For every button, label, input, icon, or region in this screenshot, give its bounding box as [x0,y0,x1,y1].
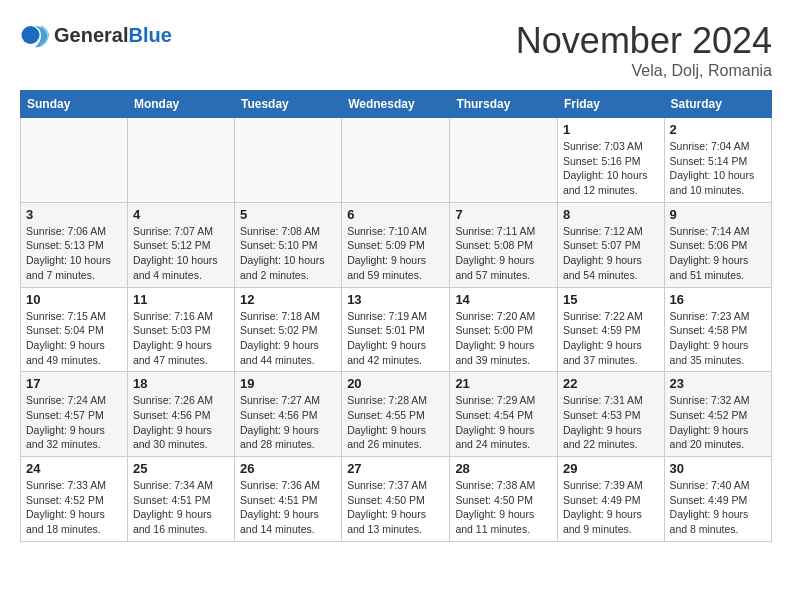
day-info: Sunrise: 7:26 AM Sunset: 4:56 PM Dayligh… [133,393,229,452]
day-number: 19 [240,376,336,391]
day-cell: 16Sunrise: 7:23 AM Sunset: 4:58 PM Dayli… [664,287,771,372]
day-cell: 29Sunrise: 7:39 AM Sunset: 4:49 PM Dayli… [557,457,664,542]
day-cell: 3Sunrise: 7:06 AM Sunset: 5:13 PM Daylig… [21,202,128,287]
day-cell: 6Sunrise: 7:10 AM Sunset: 5:09 PM Daylig… [342,202,450,287]
day-cell: 10Sunrise: 7:15 AM Sunset: 5:04 PM Dayli… [21,287,128,372]
day-info: Sunrise: 7:31 AM Sunset: 4:53 PM Dayligh… [563,393,659,452]
day-number: 17 [26,376,122,391]
day-info: Sunrise: 7:10 AM Sunset: 5:09 PM Dayligh… [347,224,444,283]
day-cell: 13Sunrise: 7:19 AM Sunset: 5:01 PM Dayli… [342,287,450,372]
day-info: Sunrise: 7:34 AM Sunset: 4:51 PM Dayligh… [133,478,229,537]
day-cell: 23Sunrise: 7:32 AM Sunset: 4:52 PM Dayli… [664,372,771,457]
day-cell: 20Sunrise: 7:28 AM Sunset: 4:55 PM Dayli… [342,372,450,457]
day-info: Sunrise: 7:15 AM Sunset: 5:04 PM Dayligh… [26,309,122,368]
day-info: Sunrise: 7:03 AM Sunset: 5:16 PM Dayligh… [563,139,659,198]
day-cell: 28Sunrise: 7:38 AM Sunset: 4:50 PM Dayli… [450,457,558,542]
day-cell: 9Sunrise: 7:14 AM Sunset: 5:06 PM Daylig… [664,202,771,287]
day-number: 28 [455,461,552,476]
month-title: November 2024 [516,20,772,62]
location: Vela, Dolj, Romania [516,62,772,80]
week-row-5: 24Sunrise: 7:33 AM Sunset: 4:52 PM Dayli… [21,457,772,542]
day-number: 3 [26,207,122,222]
weekday-header-thursday: Thursday [450,91,558,118]
week-row-4: 17Sunrise: 7:24 AM Sunset: 4:57 PM Dayli… [21,372,772,457]
day-number: 1 [563,122,659,137]
day-info: Sunrise: 7:04 AM Sunset: 5:14 PM Dayligh… [670,139,766,198]
logo-icon [20,20,50,50]
day-number: 10 [26,292,122,307]
day-cell [450,118,558,203]
day-cell: 25Sunrise: 7:34 AM Sunset: 4:51 PM Dayli… [127,457,234,542]
day-number: 20 [347,376,444,391]
day-cell [342,118,450,203]
day-number: 27 [347,461,444,476]
day-number: 26 [240,461,336,476]
day-info: Sunrise: 7:22 AM Sunset: 4:59 PM Dayligh… [563,309,659,368]
day-info: Sunrise: 7:38 AM Sunset: 4:50 PM Dayligh… [455,478,552,537]
day-number: 21 [455,376,552,391]
calendar-table: SundayMondayTuesdayWednesdayThursdayFrid… [20,90,772,542]
weekday-header-wednesday: Wednesday [342,91,450,118]
day-number: 6 [347,207,444,222]
day-number: 16 [670,292,766,307]
day-cell: 22Sunrise: 7:31 AM Sunset: 4:53 PM Dayli… [557,372,664,457]
svg-point-0 [22,26,40,44]
logo-text: GeneralBlue [54,24,172,46]
day-info: Sunrise: 7:08 AM Sunset: 5:10 PM Dayligh… [240,224,336,283]
day-cell: 4Sunrise: 7:07 AM Sunset: 5:12 PM Daylig… [127,202,234,287]
day-info: Sunrise: 7:07 AM Sunset: 5:12 PM Dayligh… [133,224,229,283]
day-cell [21,118,128,203]
day-info: Sunrise: 7:11 AM Sunset: 5:08 PM Dayligh… [455,224,552,283]
weekday-header-tuesday: Tuesday [234,91,341,118]
day-number: 9 [670,207,766,222]
day-number: 7 [455,207,552,222]
day-info: Sunrise: 7:19 AM Sunset: 5:01 PM Dayligh… [347,309,444,368]
weekday-header-friday: Friday [557,91,664,118]
title-block: November 2024 Vela, Dolj, Romania [516,20,772,80]
day-info: Sunrise: 7:06 AM Sunset: 5:13 PM Dayligh… [26,224,122,283]
week-row-2: 3Sunrise: 7:06 AM Sunset: 5:13 PM Daylig… [21,202,772,287]
day-cell: 19Sunrise: 7:27 AM Sunset: 4:56 PM Dayli… [234,372,341,457]
day-info: Sunrise: 7:39 AM Sunset: 4:49 PM Dayligh… [563,478,659,537]
weekday-header-saturday: Saturday [664,91,771,118]
day-info: Sunrise: 7:27 AM Sunset: 4:56 PM Dayligh… [240,393,336,452]
page-header: GeneralBlue November 2024 Vela, Dolj, Ro… [20,20,772,80]
day-info: Sunrise: 7:16 AM Sunset: 5:03 PM Dayligh… [133,309,229,368]
day-cell: 26Sunrise: 7:36 AM Sunset: 4:51 PM Dayli… [234,457,341,542]
day-number: 15 [563,292,659,307]
day-info: Sunrise: 7:29 AM Sunset: 4:54 PM Dayligh… [455,393,552,452]
day-number: 25 [133,461,229,476]
day-info: Sunrise: 7:32 AM Sunset: 4:52 PM Dayligh… [670,393,766,452]
day-number: 29 [563,461,659,476]
day-number: 13 [347,292,444,307]
day-number: 11 [133,292,229,307]
day-cell: 30Sunrise: 7:40 AM Sunset: 4:49 PM Dayli… [664,457,771,542]
day-cell: 27Sunrise: 7:37 AM Sunset: 4:50 PM Dayli… [342,457,450,542]
day-number: 24 [26,461,122,476]
day-info: Sunrise: 7:40 AM Sunset: 4:49 PM Dayligh… [670,478,766,537]
logo: GeneralBlue [20,20,172,50]
day-cell: 2Sunrise: 7:04 AM Sunset: 5:14 PM Daylig… [664,118,771,203]
day-info: Sunrise: 7:23 AM Sunset: 4:58 PM Dayligh… [670,309,766,368]
day-number: 5 [240,207,336,222]
day-info: Sunrise: 7:28 AM Sunset: 4:55 PM Dayligh… [347,393,444,452]
day-info: Sunrise: 7:18 AM Sunset: 5:02 PM Dayligh… [240,309,336,368]
day-cell: 24Sunrise: 7:33 AM Sunset: 4:52 PM Dayli… [21,457,128,542]
day-cell [234,118,341,203]
weekday-header-monday: Monday [127,91,234,118]
day-cell: 11Sunrise: 7:16 AM Sunset: 5:03 PM Dayli… [127,287,234,372]
weekday-header-sunday: Sunday [21,91,128,118]
day-number: 8 [563,207,659,222]
week-row-1: 1Sunrise: 7:03 AM Sunset: 5:16 PM Daylig… [21,118,772,203]
day-cell: 5Sunrise: 7:08 AM Sunset: 5:10 PM Daylig… [234,202,341,287]
day-info: Sunrise: 7:12 AM Sunset: 5:07 PM Dayligh… [563,224,659,283]
day-cell: 18Sunrise: 7:26 AM Sunset: 4:56 PM Dayli… [127,372,234,457]
weekday-header-row: SundayMondayTuesdayWednesdayThursdayFrid… [21,91,772,118]
day-cell: 1Sunrise: 7:03 AM Sunset: 5:16 PM Daylig… [557,118,664,203]
week-row-3: 10Sunrise: 7:15 AM Sunset: 5:04 PM Dayli… [21,287,772,372]
day-number: 22 [563,376,659,391]
day-cell: 14Sunrise: 7:20 AM Sunset: 5:00 PM Dayli… [450,287,558,372]
day-info: Sunrise: 7:36 AM Sunset: 4:51 PM Dayligh… [240,478,336,537]
day-cell: 8Sunrise: 7:12 AM Sunset: 5:07 PM Daylig… [557,202,664,287]
day-info: Sunrise: 7:24 AM Sunset: 4:57 PM Dayligh… [26,393,122,452]
